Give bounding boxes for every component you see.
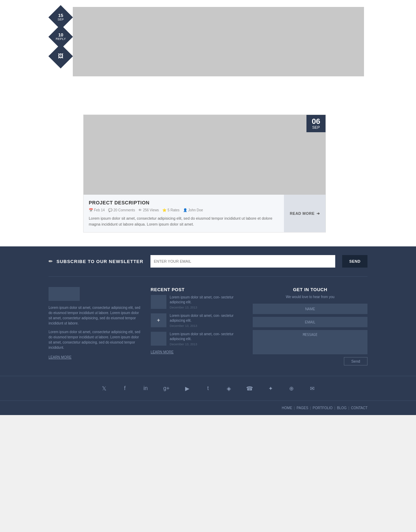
read-more-button[interactable]: READ MORE ➔ xyxy=(290,211,320,216)
recent-post-excerpt-2: Lorem ipsum dolor sit amet, con- sectetu… xyxy=(170,313,243,323)
footer-nav-sep-3: | xyxy=(334,406,335,410)
footer-nav: HOME | PAGES | PORTFOLIO | BLOG | CONTAC… xyxy=(282,406,367,410)
skype-icon[interactable]: ☎ xyxy=(244,383,255,394)
contact-name-input[interactable] xyxy=(253,304,367,314)
newsletter-email-input[interactable] xyxy=(150,255,336,268)
rss-icon[interactable]: ◈ xyxy=(224,383,234,394)
white-gap xyxy=(0,87,416,108)
footer-nav-pages[interactable]: PAGES xyxy=(296,406,308,410)
recent-post-date-1: December 13, 2013 xyxy=(170,306,243,309)
recent-post-excerpt-3: Lorem ipsum dolor sit amet, con- sectetu… xyxy=(170,332,243,341)
recent-post-item-2: + Lorem ipsum dolor sit amet, con- secte… xyxy=(151,313,243,328)
footer-nav-blog[interactable]: BLOG xyxy=(337,406,347,410)
footer-nav-sep-1: | xyxy=(294,406,295,410)
recent-post-date-2: December 13, 2013 xyxy=(170,324,243,328)
footer-about-text-1: Lorem ipsum dolor sit amet, consectetur … xyxy=(49,305,140,326)
footer-nav-sep-4: | xyxy=(348,406,349,410)
post-meta-rates: ⭐ 5 Rates xyxy=(162,208,179,212)
twitter-icon[interactable]: 𝕏 xyxy=(99,383,109,394)
date-month: Sep xyxy=(58,18,64,22)
recent-post-excerpt-1: Lorem ipsum dolor sit amet, con- sectetu… xyxy=(170,295,243,305)
contact-title: GET IN TOUCH xyxy=(253,287,367,292)
post-meta-author: 👤 John Doe xyxy=(183,208,203,212)
footer-nav-contact[interactable]: CONTACT xyxy=(351,406,367,410)
footer-about-column: Lorem ipsum dolor sit amet, consectetur … xyxy=(49,287,140,365)
footer-about-text-2: Lorem ipsum dolor sit amet, consectetur … xyxy=(49,329,140,350)
reply-label: Reply xyxy=(56,37,66,41)
image-badge: 🖼 xyxy=(49,44,73,69)
post-image-1 xyxy=(73,7,364,76)
recent-post-item-1: Lorem ipsum dolor sit amet, con- sectetu… xyxy=(151,295,243,309)
footer-recent-learn-more[interactable]: LEARN MORE xyxy=(151,350,243,354)
recent-post-text-1: Lorem ipsum dolor sit amet, con- sectetu… xyxy=(170,295,243,309)
post-card-2: 06 Sep PROJECT DESCRIPTION 📅 Feb 14 💬 20… xyxy=(83,115,326,233)
globe-icon[interactable]: ⊕ xyxy=(286,383,296,394)
top-section: 15 Sep 10 Reply 🖼 xyxy=(0,0,416,87)
second-section: 06 Sep PROJECT DESCRIPTION 📅 Feb 14 💬 20… xyxy=(0,108,416,246)
post-meta-comments: 💬 20 Comments xyxy=(108,208,135,212)
post-content-row: PROJECT DESCRIPTION 📅 Feb 14 💬 20 Commen… xyxy=(84,195,326,232)
image-icon: 🖼 xyxy=(58,53,63,59)
plus-icon: + xyxy=(157,317,160,323)
date-number: 15 xyxy=(58,13,64,18)
recent-post-thumb-2: + xyxy=(151,313,166,327)
edit-icon: ✏ xyxy=(49,259,53,264)
contact-message-input[interactable] xyxy=(253,330,367,354)
post-card-1: 15 Sep 10 Reply 🖼 xyxy=(52,7,364,76)
social-bar: 𝕏 f in g+ ▶ t ◈ ☎ ✦ ⊕ ✉ xyxy=(0,376,416,400)
recent-post-text-3: Lorem ipsum dolor sit amet, con- sectetu… xyxy=(170,332,243,346)
footer-nav-sep-2: | xyxy=(310,406,311,410)
recent-post-thumb-1 xyxy=(151,295,166,309)
post-meta-views: 👁 256 Views xyxy=(138,208,159,212)
footer-about-learn-more[interactable]: LEARN MORE xyxy=(49,355,71,359)
post2-date-number: 06 xyxy=(308,118,324,125)
post-image-2 xyxy=(84,115,326,195)
contact-send-button[interactable]: Send xyxy=(344,357,367,365)
reply-number: 10 xyxy=(56,33,66,37)
post-excerpt: Lorem ipsum dolor sit amet, consectetur … xyxy=(89,216,279,227)
contact-form: Send xyxy=(253,304,367,365)
footer-nav-home[interactable]: HOME xyxy=(282,406,292,410)
post2-date-overlay: 06 Sep xyxy=(306,115,326,132)
linkedin-icon[interactable]: in xyxy=(140,383,151,394)
recent-post-text-2: Lorem ipsum dolor sit amet, con- sectetu… xyxy=(170,313,243,328)
newsletter-send-button[interactable]: SEND xyxy=(342,255,367,268)
recent-post-date-3: December 13, 2013 xyxy=(170,343,243,346)
footer-section: ✏ SUBSCRIBE TO OUR NEWSLETTER SEND Lorem… xyxy=(0,246,416,415)
facebook-icon[interactable]: f xyxy=(120,383,130,394)
post2-date-month: Sep xyxy=(308,125,324,129)
post-content-main: PROJECT DESCRIPTION 📅 Feb 14 💬 20 Commen… xyxy=(84,195,284,232)
footer-contact-column: GET IN TOUCH We would love to hear from … xyxy=(253,287,367,365)
email-icon[interactable]: ✉ xyxy=(307,383,317,394)
tumblr-icon[interactable]: t xyxy=(203,383,213,394)
read-more-col[interactable]: READ MORE ➔ xyxy=(284,195,326,232)
youtube-icon[interactable]: ▶ xyxy=(182,383,192,394)
dropbox-icon[interactable]: ✦ xyxy=(265,383,276,394)
arrow-icon: ➔ xyxy=(317,211,320,216)
googleplus-icon[interactable]: g+ xyxy=(161,383,172,394)
recent-post-title: RECENT POST xyxy=(151,287,243,292)
newsletter-bar: ✏ SUBSCRIBE TO OUR NEWSLETTER SEND xyxy=(0,246,416,276)
recent-post-thumb-3 xyxy=(151,332,166,346)
post-title: PROJECT DESCRIPTION xyxy=(89,200,279,205)
footer-recent-column: RECENT POST Lorem ipsum dolor sit amet, … xyxy=(151,287,243,365)
contact-subtitle: We would love to hear from you xyxy=(253,295,367,299)
post-badges: 15 Sep 10 Reply 🖼 xyxy=(52,7,69,76)
recent-post-item-3: Lorem ipsum dolor sit amet, con- sectetu… xyxy=(151,332,243,346)
footer-nav-portfolio[interactable]: PORTFOLIO xyxy=(313,406,333,410)
footer-bottom: HOME | PAGES | PORTFOLIO | BLOG | CONTAC… xyxy=(0,400,416,415)
newsletter-label: ✏ SUBSCRIBE TO OUR NEWSLETTER xyxy=(49,259,144,264)
footer-logo xyxy=(49,287,80,301)
post-meta: 📅 Feb 14 💬 20 Comments 👁 256 Views ⭐ 5 R… xyxy=(89,208,279,212)
post-meta-date: 📅 Feb 14 xyxy=(89,208,105,212)
footer-columns: Lorem ipsum dolor sit amet, consectetur … xyxy=(0,277,416,376)
contact-email-input[interactable] xyxy=(253,317,367,327)
